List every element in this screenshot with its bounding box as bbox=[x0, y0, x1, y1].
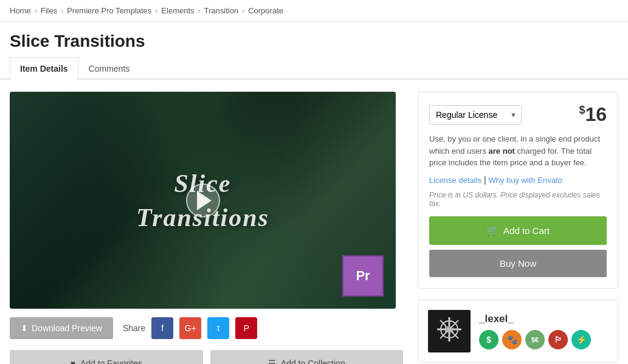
license-desc-bold: are not bbox=[489, 146, 515, 156]
download-preview-button[interactable]: ⬇ Download Preview bbox=[10, 317, 113, 339]
collection-icon: ☰ bbox=[268, 359, 276, 364]
google-plus-share-button[interactable]: G+ bbox=[179, 317, 201, 339]
pinterest-icon: P bbox=[244, 323, 249, 333]
author-box: lex _lexel_ $ 🐾 $€ 🏳 ⚡ bbox=[418, 300, 618, 363]
badge-paw: 🐾 bbox=[502, 330, 522, 349]
license-description: Use, by you or one client, in a single e… bbox=[429, 133, 607, 169]
page-title: Slice Transitions bbox=[0, 22, 628, 57]
buy-now-button[interactable]: Buy Now bbox=[429, 250, 607, 277]
breadcrumb: Home › Files › Premiere Pro Templates › … bbox=[0, 0, 628, 22]
badge-flag: 🏳 bbox=[548, 330, 568, 349]
why-envato-link[interactable]: Why buy with Envato bbox=[488, 176, 562, 185]
breadcrumb-corporate[interactable]: Corporate bbox=[248, 6, 283, 15]
license-tax-note: Price is in US dollars. Price displayed … bbox=[429, 191, 607, 208]
author-name: _lexel_ bbox=[479, 313, 591, 325]
tab-comments[interactable]: Comments bbox=[78, 57, 140, 80]
breadcrumb-sep: › bbox=[35, 7, 37, 15]
main-content: Slice Transitions Pr ⬇ Download Preview … bbox=[0, 80, 628, 364]
author-badges: $ 🐾 $€ 🏳 ⚡ bbox=[479, 330, 591, 349]
download-icon: ⬇ bbox=[21, 323, 28, 333]
add-collection-label: Add to Collection bbox=[281, 359, 345, 364]
breadcrumb-elements[interactable]: Elements bbox=[161, 6, 194, 15]
tab-item-details[interactable]: Item Details bbox=[10, 57, 78, 80]
buy-now-label: Buy Now bbox=[500, 258, 536, 269]
twitter-share-button[interactable]: t bbox=[207, 317, 229, 339]
badge-sales: $ bbox=[479, 330, 499, 349]
facebook-icon: f bbox=[161, 323, 164, 333]
premiere-badge-text: Pr bbox=[356, 268, 370, 284]
add-to-cart-button[interactable]: 🛒 Add to Cart bbox=[429, 216, 607, 245]
action-buttons: ♥ Add to Favorites ☰ Add to Collection bbox=[10, 350, 403, 364]
badge-bolt: ⚡ bbox=[571, 330, 591, 349]
svg-text:lex: lex bbox=[444, 325, 454, 334]
add-to-cart-label: Add to Cart bbox=[503, 225, 550, 236]
breadcrumb-sep2: › bbox=[61, 7, 63, 15]
left-panel: Slice Transitions Pr ⬇ Download Preview … bbox=[10, 92, 403, 364]
facebook-share-button[interactable]: f bbox=[151, 317, 173, 339]
license-select-wrapper: Regular License Extended License bbox=[429, 105, 522, 125]
breadcrumb-home[interactable]: Home bbox=[10, 6, 31, 15]
video-actions: ⬇ Download Preview Share f G+ t P bbox=[10, 317, 403, 339]
badge-eu: $€ bbox=[525, 330, 545, 349]
pinterest-share-button[interactable]: P bbox=[235, 317, 257, 339]
tabs-container: Item Details Comments bbox=[0, 57, 628, 80]
twitter-icon: t bbox=[217, 323, 219, 333]
play-icon bbox=[197, 191, 212, 210]
cart-icon: 🛒 bbox=[486, 225, 499, 236]
purchase-box: Regular License Extended License $16 Use… bbox=[418, 92, 618, 289]
google-plus-icon: G+ bbox=[185, 323, 196, 333]
breadcrumb-sep3: › bbox=[155, 7, 157, 15]
license-details-link[interactable]: License details bbox=[429, 176, 481, 185]
premiere-badge: Pr bbox=[342, 255, 384, 297]
heart-icon: ♥ bbox=[71, 359, 75, 364]
video-container[interactable]: Slice Transitions Pr bbox=[10, 92, 396, 309]
breadcrumb-sep4: › bbox=[198, 7, 201, 15]
author-avatar[interactable]: lex bbox=[428, 310, 471, 352]
right-panel: Regular License Extended License $16 Use… bbox=[418, 92, 618, 364]
license-links: License details | Why buy with Envato bbox=[429, 175, 607, 185]
breadcrumb-premiere[interactable]: Premiere Pro Templates bbox=[67, 6, 151, 15]
add-to-favorites-button[interactable]: ♥ Add to Favorites bbox=[10, 350, 203, 364]
breadcrumb-files[interactable]: Files bbox=[41, 6, 57, 15]
play-button[interactable] bbox=[186, 184, 220, 218]
author-avatar-logo: lex bbox=[431, 311, 468, 351]
price-display: $16 bbox=[579, 103, 607, 126]
license-row: Regular License Extended License $16 bbox=[429, 103, 607, 126]
price-value: $16 bbox=[579, 103, 607, 125]
add-to-collection-button[interactable]: ☰ Add to Collection bbox=[210, 350, 404, 364]
add-favorites-label: Add to Favorites bbox=[80, 359, 142, 364]
author-info: _lexel_ $ 🐾 $€ 🏳 ⚡ bbox=[479, 313, 591, 349]
license-select[interactable]: Regular License Extended License bbox=[429, 105, 522, 125]
share-label: Share bbox=[123, 323, 145, 333]
breadcrumb-transition[interactable]: Transition bbox=[204, 6, 239, 15]
price-symbol: $ bbox=[579, 104, 585, 116]
breadcrumb-sep5: › bbox=[242, 7, 244, 15]
download-preview-label: Download Preview bbox=[32, 323, 102, 333]
